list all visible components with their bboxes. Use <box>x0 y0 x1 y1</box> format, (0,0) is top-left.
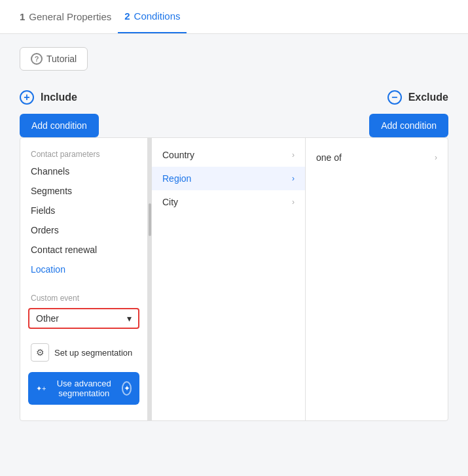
middle-item-country[interactable]: Country › <box>152 143 305 167</box>
conditions-area: + Include − Exclude Add condition Add co… <box>0 84 468 434</box>
region-label: Region <box>162 173 191 184</box>
exclude-section: − Exclude <box>387 90 448 105</box>
operator-row: one of › <box>316 146 437 169</box>
header-tabs: 1 General Properties 2 Conditions <box>0 0 468 34</box>
middle-column: Country › Region › City › <box>152 138 306 420</box>
exclude-title: Exclude <box>408 92 448 103</box>
country-label: Country <box>162 150 194 160</box>
city-label: City <box>162 197 178 207</box>
tab-conditions[interactable]: 2 Conditions <box>118 0 187 33</box>
include-icon: + <box>20 90 34 105</box>
sidebar-segments-label: Segments <box>31 186 72 196</box>
advanced-btn-label: Use advanced segmentation <box>51 379 117 398</box>
plus-star-icon: ✦+ <box>36 384 46 393</box>
sidebar-orders-label: Orders <box>31 225 59 235</box>
tutorial-button[interactable]: ? Tutorial <box>20 47 88 71</box>
tab-conditions-number: 2 <box>124 10 130 22</box>
middle-item-region[interactable]: Region › <box>152 167 305 190</box>
help-icon: ? <box>31 53 43 65</box>
tutorial-label: Tutorial <box>46 54 77 64</box>
exclude-add-condition-button[interactable]: Add condition <box>369 114 448 137</box>
right-column: one of › <box>306 138 448 420</box>
middle-item-city[interactable]: City › <box>152 190 305 214</box>
advanced-segmentation-button[interactable]: ✦+ Use advanced segmentation ✦ <box>28 372 139 405</box>
contact-params-label: Contact parameters <box>20 146 147 162</box>
include-section: + Include <box>20 90 77 105</box>
city-chevron-icon: › <box>292 197 295 207</box>
left-sidebar: Contact parameters Channels Segments Fie… <box>20 138 148 420</box>
custom-event-label: Custom event <box>20 290 147 305</box>
chevron-down-icon: ▾ <box>127 313 132 324</box>
country-chevron-icon: › <box>292 150 295 160</box>
sidebar-contact-renewal-label: Contact renewal <box>31 245 97 255</box>
sidebar-item-location[interactable]: Location <box>20 260 147 279</box>
setup-label: Set up segmentation <box>54 348 132 358</box>
other-dropdown[interactable]: Other ▾ <box>28 308 139 329</box>
region-chevron-icon: › <box>292 174 295 183</box>
include-add-condition-button[interactable]: Add condition <box>20 114 99 137</box>
sidebar-fields-label: Fields <box>31 205 55 216</box>
gear-icon: ⚙ <box>31 343 49 362</box>
advanced-icon: ✦ <box>122 381 132 396</box>
tab-general-label: General Properties <box>29 11 111 22</box>
sidebar-item-fields[interactable]: Fields <box>20 201 147 220</box>
dropdown-panel: Contact parameters Channels Segments Fie… <box>20 137 448 421</box>
setup-segmentation-button[interactable]: ⚙ Set up segmentation <box>20 337 147 368</box>
operator-label: one of <box>316 152 342 163</box>
tutorial-area: ? Tutorial <box>0 34 468 84</box>
include-title: Include <box>41 92 77 103</box>
sidebar-item-channels[interactable]: Channels <box>20 162 147 181</box>
other-value: Other <box>36 313 59 324</box>
tab-general[interactable]: 1 General Properties <box>13 0 118 33</box>
operator-chevron-icon: › <box>435 153 437 162</box>
sidebar-location-label: Location <box>31 264 65 275</box>
sidebar-item-segments[interactable]: Segments <box>20 181 147 201</box>
sidebar-channels-label: Channels <box>31 166 69 177</box>
exclude-icon: − <box>387 90 402 105</box>
sidebar-item-orders[interactable]: Orders <box>20 220 147 240</box>
tab-general-number: 1 <box>20 11 25 22</box>
tab-conditions-label: Conditions <box>134 10 181 22</box>
sidebar-item-contact-renewal[interactable]: Contact renewal <box>20 240 147 260</box>
